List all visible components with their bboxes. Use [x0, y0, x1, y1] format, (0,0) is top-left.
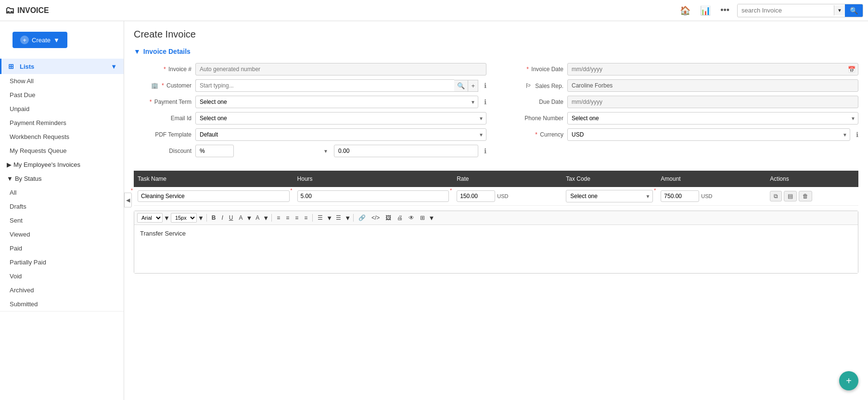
sidebar-item-partially-paid[interactable]: Partially Paid	[0, 255, 124, 269]
amount-cell: USD	[657, 187, 766, 206]
hours-cell	[294, 187, 453, 206]
rate-input[interactable]	[457, 190, 495, 202]
customer-row: 🏢 * Customer 🔍 + ℹ	[134, 79, 486, 92]
payment-term-info-icon[interactable]: ℹ	[484, 98, 486, 106]
underline-button[interactable]: U	[227, 213, 236, 222]
tax-code-select[interactable]: Select one	[566, 190, 653, 202]
table-button[interactable]: ⊞	[418, 213, 427, 222]
currency-select-wrapper: USD ▼	[567, 128, 850, 141]
discount-type-select[interactable]: %	[195, 145, 234, 157]
sales-rep-row: 🏳 Sales Rep.	[506, 79, 858, 92]
invoice-date-input[interactable]	[567, 63, 858, 75]
search-wrapper: ▼ 🔍	[737, 4, 863, 17]
phone-number-row: Phone Number Select one ▼	[506, 112, 858, 125]
image-button[interactable]: 🖼	[383, 213, 394, 222]
sidebar-item-viewed[interactable]: Viewed	[0, 227, 124, 241]
align-right-button[interactable]: ≡	[293, 213, 301, 222]
search-input[interactable]	[738, 4, 834, 16]
row-copy-button[interactable]: ⧉	[770, 191, 782, 201]
invoice-date-row: * Invoice Date 📅	[506, 63, 858, 75]
task-name-input[interactable]	[138, 190, 290, 202]
align-left-button[interactable]: ≡	[274, 213, 282, 222]
sidebar-item-void[interactable]: Void	[0, 269, 124, 283]
sidebar-item-all[interactable]: All	[0, 186, 124, 200]
sidebar-item-workbench-requests[interactable]: Workbench Requests	[0, 130, 124, 144]
currency-label: * Currency	[506, 131, 563, 138]
invoice-details-header[interactable]: ▼ Invoice Details	[134, 48, 858, 55]
sidebar-item-my-requests-queue[interactable]: My Requests Queue	[0, 144, 124, 158]
italic-button[interactable]: I	[219, 213, 225, 222]
phone-number-select[interactable]: Select one	[567, 112, 858, 125]
code-button[interactable]: </>	[369, 213, 382, 222]
table-arrow: ▼	[428, 214, 434, 222]
create-dropdown-icon: ▼	[53, 37, 60, 44]
font-color-button[interactable]: A	[236, 213, 245, 222]
bullet-list-button[interactable]: ☰	[315, 213, 325, 222]
fab-button[interactable]: +	[839, 371, 858, 390]
home-icon-btn[interactable]: 🏠	[677, 3, 693, 18]
by-status-header[interactable]: ▼ By Status	[0, 172, 124, 186]
customer-info-icon[interactable]: ℹ	[484, 82, 486, 89]
bold-button[interactable]: B	[209, 213, 218, 222]
payment-term-label: * Payment Term	[134, 99, 191, 105]
row-edit-button[interactable]: ▤	[784, 191, 797, 201]
sales-rep-label: 🏳 Sales Rep.	[506, 82, 563, 89]
sidebar-item-drafts[interactable]: Drafts	[0, 200, 124, 213]
currency-info-icon[interactable]: ℹ	[856, 131, 858, 138]
preview-button[interactable]: 👁	[406, 213, 417, 222]
payment-term-select[interactable]: Select one	[195, 96, 478, 108]
sales-rep-input[interactable]	[567, 79, 858, 92]
sidebar-item-past-due[interactable]: Past Due	[0, 88, 124, 102]
amount-input[interactable]	[661, 190, 699, 202]
amount-currency-label: USD	[701, 193, 712, 199]
sidebar-item-sent[interactable]: Sent	[0, 213, 124, 227]
due-date-input[interactable]	[567, 96, 858, 108]
phone-number-select-wrapper: Select one ▼	[567, 112, 858, 125]
form-left: * Invoice # 🏢 * Customer 🔍 + ℹ	[134, 63, 486, 161]
currency-select[interactable]: USD	[567, 128, 850, 141]
font-family-arrow: ▼	[164, 214, 170, 222]
print-button[interactable]: 🖨	[395, 213, 405, 222]
editor-body[interactable]: Transfer Service	[134, 225, 858, 273]
customer-input[interactable]	[195, 79, 454, 92]
col-task-name: Task Name	[134, 171, 294, 187]
sidebar-item-paid[interactable]: Paid	[0, 241, 124, 255]
search-dropdown-arrow[interactable]: ▼	[834, 5, 845, 15]
row-delete-button[interactable]: 🗑	[799, 191, 812, 201]
numbered-list-button[interactable]: ☰	[333, 213, 344, 222]
font-family-select[interactable]: Arial	[137, 213, 163, 223]
customer-input-wrapper: 🔍 +	[195, 79, 478, 92]
align-justify-button[interactable]: ≡	[302, 213, 310, 222]
customer-add-icon[interactable]: +	[468, 80, 478, 92]
col-actions: Actions	[766, 171, 858, 187]
rate-cell: USD	[453, 187, 562, 206]
sidebar-item-archived[interactable]: Archived	[0, 283, 124, 297]
sidebar-toggle[interactable]: ◀	[124, 193, 132, 208]
more-icon-btn[interactable]: •••	[717, 3, 732, 17]
link-button[interactable]: 🔗	[356, 213, 368, 222]
invoice-num-input[interactable]	[195, 63, 486, 75]
align-center-button[interactable]: ≡	[283, 213, 292, 222]
email-id-select[interactable]: Select one	[195, 112, 486, 125]
discount-info-icon[interactable]: ℹ	[484, 147, 486, 155]
highlight-button[interactable]: A	[253, 213, 262, 222]
sidebar-item-show-all[interactable]: Show All	[0, 74, 124, 88]
sidebar-item-my-employee-invoices[interactable]: ▶ My Employee's Invoices	[0, 158, 124, 172]
lists-header[interactable]: ⊞ Lists ▼	[0, 59, 124, 74]
numbered-list-arrow: ▼	[345, 214, 351, 222]
pdf-template-select[interactable]: Default	[195, 128, 486, 141]
create-button[interactable]: + Create ▼	[13, 32, 67, 48]
search-button[interactable]: 🔍	[845, 4, 863, 17]
discount-label: Discount	[134, 148, 191, 154]
editor-toolbar: Arial ▼ 15px ▼ B I U A ▼ A ▼ ≡ ≡ ≡ ≡	[134, 211, 858, 225]
sidebar-item-unpaid[interactable]: Unpaid	[0, 102, 124, 116]
invoice-date-calendar-icon[interactable]: 📅	[848, 66, 855, 73]
chart-icon-btn[interactable]: 📊	[697, 3, 714, 18]
discount-value-input[interactable]	[334, 145, 478, 157]
hours-input[interactable]	[297, 190, 449, 202]
phone-number-label: Phone Number	[506, 115, 563, 122]
sidebar-item-payment-reminders[interactable]: Payment Reminders	[0, 116, 124, 130]
font-size-select[interactable]: 15px	[171, 213, 197, 223]
sidebar-item-submitted[interactable]: Submitted	[0, 297, 124, 311]
customer-search-icon[interactable]: 🔍	[454, 80, 468, 92]
